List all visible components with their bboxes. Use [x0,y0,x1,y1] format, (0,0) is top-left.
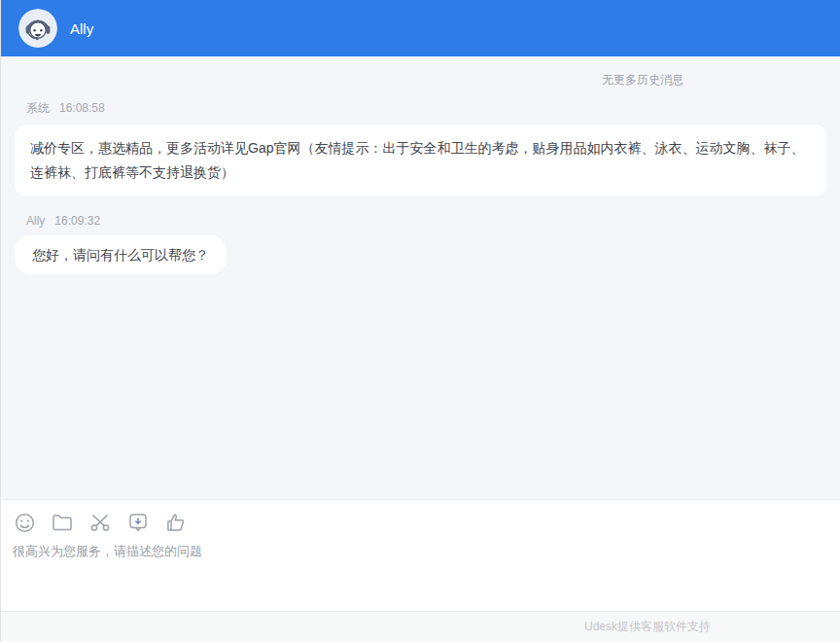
file-upload-button[interactable] [51,511,74,534]
message-bubble: 减价专区，惠选精品，更多活动详见Gap官网（友情提示：出于安全和卫生的考虑，贴身… [15,125,826,196]
file-download-button[interactable] [126,511,150,534]
powered-by-footer: Udesk提供客服软件支持 [1,611,840,642]
chat-header: Ally [1,0,840,56]
chat-widget: Ally 无更多历史消息 系统16:08:58 减价专区，惠选精品，更多活动详见… [0,0,840,642]
file-download-icon [126,511,150,534]
emoji-button[interactable] [13,511,36,534]
support-agent-icon [18,34,57,48]
message-time: 16:09:32 [54,214,100,228]
chat-message-system: 系统16:08:58 减价专区，惠选精品，更多活动详见Gap官网（友情提示：出于… [15,100,826,196]
chat-message-area[interactable]: 无更多历史消息 系统16:08:58 减价专区，惠选精品，更多活动详见Gap官网… [1,56,840,499]
message-input[interactable] [1,534,840,592]
composer-toolbar [1,500,840,534]
composer [1,499,840,611]
emoji-icon [14,512,36,534]
folder-icon [51,511,74,534]
message-sender: Ally [26,214,45,228]
message-bubble: 您好，请问有什么可以帮您？ [15,235,227,274]
agent-avatar [18,9,57,48]
chat-message-agent: Ally16:09:32 您好，请问有什么可以帮您？ [15,214,826,274]
thumbs-up-icon [164,511,188,534]
scissors-icon [88,511,112,534]
history-notice: 无更多历史消息 [1,56,840,89]
message-meta: 系统16:08:58 [26,100,815,117]
screenshot-button[interactable] [88,511,112,534]
powered-by-text: Udesk提供客服软件支持 [584,620,711,633]
message-time: 16:08:58 [59,101,105,115]
agent-name: Ally [70,20,93,37]
rate-button[interactable] [164,511,188,534]
message-meta: Ally16:09:32 [26,214,815,228]
message-sender: 系统 [26,101,50,115]
